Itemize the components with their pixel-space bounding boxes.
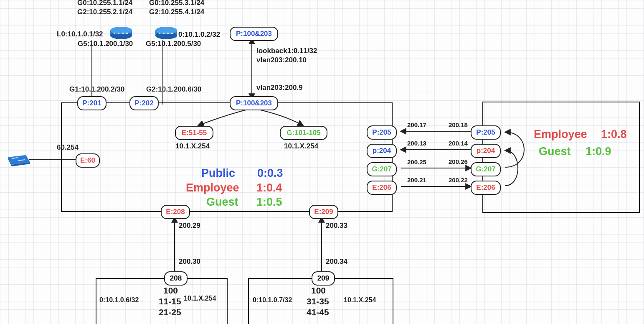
- conn-label: 200.33: [326, 222, 347, 230]
- svg-rect-16: [122, 33, 124, 34]
- router1-g2: G2:10.255.2.1/24: [77, 8, 132, 16]
- conn-label: 200.34: [326, 258, 347, 266]
- conn-label: 200.22: [449, 176, 468, 184]
- svg-rect-24: [167, 33, 169, 34]
- g101-node[interactable]: G:101-105: [280, 126, 327, 140]
- n209-l0: 0:10.1.0.7/32: [253, 296, 292, 304]
- n209-31-35: 31-35: [307, 296, 329, 306]
- p204-left[interactable]: p:204: [367, 144, 397, 158]
- n209-41-45: 41-45: [307, 307, 329, 317]
- p100-top-node[interactable]: P:100&203: [230, 27, 278, 41]
- svg-rect-25: [171, 33, 173, 34]
- lookback-a: lookback1:0.11/32: [256, 47, 317, 55]
- svg-point-13: [110, 27, 132, 34]
- conn-label: 200.17: [407, 121, 426, 128]
- e60-node[interactable]: E:60: [76, 153, 100, 168]
- n208-node[interactable]: 208: [164, 271, 188, 286]
- n209-ip: 10.1.X.254: [344, 296, 376, 304]
- e51-ip: 10.1.X.254: [175, 142, 210, 151]
- r-emp-v: 1:0.8: [601, 128, 627, 141]
- svg-point-21: [155, 27, 177, 34]
- r-emp: Employee: [534, 128, 587, 141]
- g101-ip: 10.1.X.254: [284, 142, 318, 151]
- guest-label: Guest: [206, 196, 238, 209]
- svg-rect-23: [163, 33, 165, 34]
- n209-100: 100: [311, 286, 326, 296]
- router2-g5: G5:10.1.200.5/30: [146, 40, 201, 48]
- svg-rect-22: [159, 33, 160, 34]
- lookback-b: vlan203:200.10: [256, 56, 307, 64]
- conn-label: 200.21: [407, 176, 426, 184]
- public-label: Public: [201, 167, 235, 180]
- g207-left[interactable]: G:207: [367, 162, 397, 176]
- e208-node[interactable]: E:208: [161, 205, 190, 219]
- n208-100: 100: [163, 286, 178, 296]
- router1-g1: G1:10.1.200.2/30: [69, 85, 124, 94]
- p202-node[interactable]: P:202: [129, 96, 159, 110]
- conn-label: 200.29: [179, 222, 200, 230]
- router1-g5: G5:10.1.200.1/30: [78, 40, 133, 48]
- n209-node[interactable]: 209: [312, 271, 335, 286]
- p205-right[interactable]: P:205: [471, 125, 501, 140]
- e206-right[interactable]: E:206: [471, 181, 501, 195]
- employee-label: Employee: [186, 181, 239, 194]
- e206-left[interactable]: E:206: [367, 181, 397, 195]
- router2-g2: G2:10.255.4.1/24: [149, 8, 204, 16]
- g207-right[interactable]: G:207: [471, 162, 501, 176]
- router2-g1: G2:10.1.200.6/30: [146, 85, 201, 94]
- e51-node[interactable]: E:51-55: [175, 126, 213, 140]
- router2-l0: 0:10.1.0.2/32: [178, 31, 220, 39]
- conn-label: 200.30: [179, 258, 200, 266]
- router1-l0: L0:10.1.0.1/32: [57, 30, 103, 38]
- employee-value: 1:0.4: [256, 181, 282, 194]
- r-gue-v: 1:0.9: [586, 145, 611, 158]
- n208-11-15: 11-15: [159, 296, 181, 306]
- e60-ip: 60.254: [57, 143, 79, 152]
- router1-g0: G0:10.255.1.1/24: [77, 0, 132, 7]
- public-value: 0:0.3: [257, 167, 283, 180]
- n208-21-25: 21-25: [159, 307, 181, 317]
- n208-ip: 10.1.X.254: [184, 295, 216, 302]
- conn-label: 200.18: [449, 121, 468, 128]
- conn-label: 200.25: [407, 158, 426, 166]
- r-gue: Guest: [539, 145, 571, 158]
- router-icon: [109, 26, 134, 40]
- conn-label: 200.13: [407, 140, 426, 147]
- guest-value: 1:0.5: [256, 196, 282, 209]
- e209-node[interactable]: E:209: [309, 205, 338, 219]
- svg-rect-15: [118, 33, 119, 34]
- svg-rect-14: [114, 33, 115, 34]
- p204-right[interactable]: p:204: [471, 144, 501, 158]
- lookback-c: vlan203:200.9: [256, 84, 303, 92]
- switch-icon: [6, 154, 31, 166]
- p205-left[interactable]: P:205: [367, 125, 397, 140]
- svg-rect-17: [126, 33, 128, 34]
- conn-label: 200.26: [449, 158, 468, 165]
- p100-main-node[interactable]: P:100&203: [230, 96, 278, 110]
- router-icon: [154, 26, 179, 40]
- n208-l0: 0:10.1.0.6/32: [99, 296, 139, 304]
- conn-label: 200.14: [449, 140, 468, 147]
- p201-node[interactable]: P:201: [77, 96, 106, 110]
- router2-g0: G0:10.255.3.1/24: [149, 0, 204, 7]
